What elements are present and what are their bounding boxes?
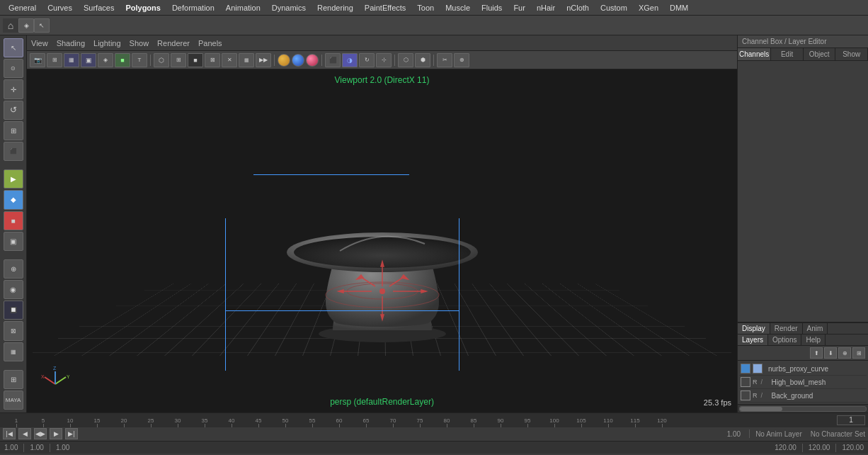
vp-tool-icon8[interactable]: ⊞ — [171, 53, 186, 67]
top-menu-item-curves[interactable]: Curves — [42, 2, 78, 13]
rp-subtab-anim[interactable]: Anim — [803, 323, 828, 334]
rp-tab-channels[interactable]: Channels — [738, 48, 771, 60]
vp-tool-icon19[interactable]: ⬢ — [415, 53, 430, 67]
vp-tool-icon21[interactable]: ⊕ — [454, 53, 469, 67]
top-menu-item-general[interactable]: General — [3, 2, 42, 13]
lasso-tool-btn[interactable]: ⊙ — [4, 59, 23, 78]
top-menu-item-animation[interactable]: Animation — [220, 2, 266, 13]
go-start-btn[interactable]: |◀ — [3, 428, 16, 439]
vp-tool-sphere3[interactable] — [306, 54, 319, 67]
layer-item-background[interactable]: R / Back_ground — [739, 389, 867, 403]
vp-tool-icon6[interactable]: T — [132, 53, 147, 67]
vp-tool-icon7[interactable]: ⬡ — [154, 53, 169, 67]
top-menu-item-custom[interactable]: Custom — [595, 2, 633, 13]
rp-tab-edit[interactable]: Edit — [771, 48, 804, 60]
sculpt-tool-btn[interactable]: ◉ — [4, 280, 23, 299]
layer-tool-1[interactable]: ⬆ — [810, 347, 823, 359]
vp-menu-lighting[interactable]: Lighting — [93, 39, 121, 47]
tool12[interactable]: ▦ — [4, 342, 23, 361]
status-sep-4 — [835, 444, 836, 452]
tool11[interactable]: ⊠ — [4, 321, 23, 340]
vp-tool-icon15[interactable]: ◑ — [342, 53, 358, 67]
vp-tool-icon16[interactable]: ↻ — [359, 53, 375, 67]
play-back-btn[interactable]: ◀▶ — [34, 428, 47, 439]
vp-tool-icon9[interactable]: ■ — [188, 53, 203, 67]
layer-tool-3[interactable]: ⊕ — [838, 347, 851, 359]
vp-tool-icon12[interactable]: ▦ — [239, 53, 254, 67]
vp-tool-sphere[interactable] — [278, 54, 290, 67]
vp-tool-icon3[interactable]: ▣ — [81, 53, 96, 67]
vp-menu-panels[interactable]: Panels — [198, 39, 222, 47]
no-anim-layer: No Anim Layer — [755, 430, 802, 438]
snap-tool-btn[interactable]: ⊞ — [4, 370, 23, 389]
tool7[interactable]: ▣ — [4, 232, 23, 251]
vp-tool-icon11[interactable]: ✕ — [222, 53, 237, 67]
move-tool-btn[interactable]: ✛ — [4, 79, 23, 99]
top-menu-item-fur[interactable]: Fur — [508, 2, 531, 13]
play-btn[interactable]: ▶ — [50, 428, 62, 439]
layer-item-bowl[interactable]: R / High_bowl_mesh — [739, 376, 867, 389]
vp-tool-icon17[interactable]: ⊹ — [376, 53, 392, 67]
vp-tool-icon18[interactable]: ⬡ — [398, 53, 413, 67]
vp-tool-icon20[interactable]: ✂ — [437, 53, 452, 67]
current-frame-input[interactable] — [837, 415, 865, 425]
scroll-thumb[interactable] — [740, 407, 782, 411]
home-icon[interactable]: ⌂ — [3, 18, 18, 33]
vp-tool-icon10[interactable]: ⊠ — [205, 53, 220, 67]
rp-tab-show[interactable]: Show — [835, 48, 868, 60]
right-scrollbar[interactable] — [738, 404, 868, 412]
select-tool-btn[interactable]: ↖ — [4, 38, 23, 57]
vp-menu-view[interactable]: View — [31, 39, 48, 47]
scale-tool-btn[interactable]: ⊞ — [4, 121, 23, 140]
next-frame-btn[interactable]: ▶| — [65, 428, 78, 439]
vp-tool-icon5[interactable]: ■ — [115, 53, 130, 67]
rp-subtab-display[interactable]: Display — [738, 323, 770, 334]
top-menu-item-muscle[interactable]: Muscle — [440, 2, 476, 13]
rp-layertab-options[interactable]: Options — [768, 335, 801, 345]
top-menu-item-surfaces[interactable]: Surfaces — [78, 2, 120, 13]
tool6[interactable]: ■ — [4, 211, 23, 230]
top-menu-item-dmm[interactable]: DMM — [664, 2, 694, 13]
layer-tool-2[interactable]: ⬇ — [824, 347, 837, 359]
top-menubar: General Curves Surfaces Polygons Deforma… — [0, 0, 868, 16]
vp-menu-renderer[interactable]: Renderer — [157, 39, 190, 47]
top-menu-item-polygons[interactable]: Polygons — [120, 2, 166, 13]
vp-tool-icon4[interactable]: ◈ — [98, 53, 113, 67]
vp-tool-sphere2[interactable] — [292, 54, 304, 67]
vp-tool-icon13[interactable]: ▶▶ — [256, 53, 271, 67]
rp-tab-object[interactable]: Object — [804, 48, 836, 60]
tool-icon-1[interactable]: ◈ — [18, 18, 34, 33]
rp-layertab-help[interactable]: Help — [801, 335, 826, 345]
play-value: 1.00 — [727, 430, 741, 438]
top-menu-item-fluids[interactable]: Fluids — [476, 2, 508, 13]
select-icon[interactable]: ↖ — [34, 18, 50, 33]
axis-btn[interactable]: MAYA — [4, 391, 23, 410]
vp-tool-icon2[interactable]: ▦ — [64, 53, 79, 67]
rotate-tool-btn[interactable]: ↺ — [4, 101, 23, 120]
rp-subtab-render[interactable]: Render — [770, 323, 803, 334]
top-menu-item-deformation[interactable]: Deformation — [166, 2, 220, 13]
top-menu-item-toon[interactable]: Toon — [411, 2, 440, 13]
tool10[interactable]: 🔲 — [4, 300, 23, 320]
vp-menu-shading[interactable]: Shading — [57, 39, 85, 47]
vp-tool-camera[interactable]: 📷 — [30, 53, 45, 67]
vp-tool-icon1[interactable]: ⊞ — [47, 53, 62, 67]
top-menu-item-nhair[interactable]: nHair — [531, 2, 561, 13]
vp-tool-icon14[interactable]: ⬛ — [325, 53, 341, 67]
viewport-canvas[interactable]: Viewport 2.0 (DirectX 11) persp (default… — [27, 69, 737, 412]
soft-select-btn[interactable]: ▶ — [4, 169, 23, 189]
universal-tool-btn[interactable]: ⬛ — [4, 142, 23, 161]
top-menu-item-rendering[interactable]: Rendering — [312, 2, 359, 13]
timeline[interactable]: 1 5 10 15 20 25 30 35 40 45 50 55 60 65 … — [0, 413, 868, 427]
top-menu-item-xgen[interactable]: XGen — [633, 2, 664, 13]
paint-tool-btn[interactable]: ⊕ — [4, 259, 23, 279]
rp-layertab-layers[interactable]: Layers — [738, 335, 768, 345]
vp-menu-show[interactable]: Show — [130, 39, 149, 47]
top-menu-item-dynamics[interactable]: Dynamics — [266, 2, 312, 13]
top-menu-item-painteffects[interactable]: PaintEffects — [359, 2, 412, 13]
layer-tool-4[interactable]: ⊞ — [852, 347, 865, 359]
tool5[interactable]: ◆ — [4, 190, 23, 209]
top-menu-item-ncloth[interactable]: nCloth — [561, 2, 595, 13]
layer-item-nurbs[interactable]: nurbs_proxy_curve — [739, 362, 867, 376]
prev-frame-btn[interactable]: ◀ — [18, 428, 31, 439]
